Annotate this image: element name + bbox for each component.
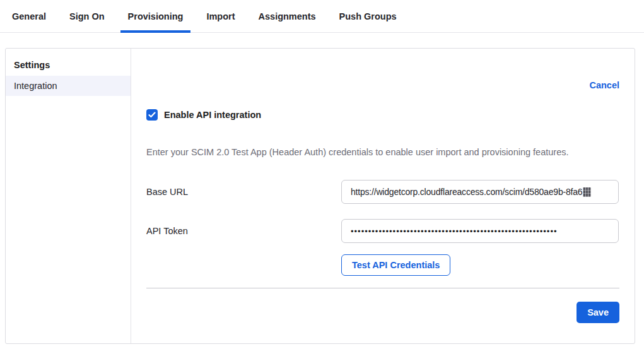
test-api-credentials-button[interactable]: Test API Credentials <box>341 254 450 276</box>
tab-provisioning[interactable]: Provisioning <box>128 0 184 32</box>
tab-general[interactable]: General <box>12 0 46 32</box>
base-url-row: Base URL https://widgetcorp.cloudflareac… <box>146 180 619 204</box>
sidebar-header: Settings <box>6 54 131 76</box>
integration-settings-form: Cancel Enable API integration Enter your… <box>131 49 635 343</box>
credentials-description: Enter your SCIM 2.0 Test App (Header Aut… <box>146 147 619 157</box>
settings-sidebar: Settings Integration <box>6 49 131 343</box>
enable-api-integration-checkbox[interactable] <box>146 109 158 121</box>
api-token-masked-value: ••••••••••••••••••••••••••••••••••••••••… <box>351 227 558 236</box>
base-url-label: Base URL <box>146 187 341 197</box>
base-url-input[interactable]: https://widgetcorp.cloudflareaccess.com/… <box>341 180 619 204</box>
provisioning-panel: Settings Integration Cancel Enable API i… <box>5 48 635 344</box>
tab-import[interactable]: Import <box>206 0 235 32</box>
test-credentials-row: Test API Credentials <box>341 254 619 276</box>
app-tab-bar: General Sign On Provisioning Import Assi… <box>0 0 644 33</box>
tab-sign-on[interactable]: Sign On <box>69 0 105 32</box>
checkmark-icon <box>148 112 156 118</box>
base-url-value: https://widgetcorp.cloudflareaccess.com/… <box>351 187 582 197</box>
api-token-input[interactable]: ••••••••••••••••••••••••••••••••••••••••… <box>341 219 619 243</box>
tab-assignments[interactable]: Assignments <box>259 0 316 32</box>
form-divider <box>146 288 619 288</box>
sidebar-item-integration[interactable]: Integration <box>6 76 131 96</box>
enable-api-integration-label: Enable API integration <box>164 110 261 120</box>
save-row: Save <box>146 302 619 323</box>
cancel-row: Cancel <box>146 80 619 90</box>
enable-api-integration-row: Enable API integration <box>146 109 619 121</box>
save-button[interactable]: Save <box>577 302 619 323</box>
tab-push-groups[interactable]: Push Groups <box>339 0 397 32</box>
text-cursor-block <box>583 187 591 197</box>
api-token-row: API Token ••••••••••••••••••••••••••••••… <box>146 219 619 243</box>
cancel-link[interactable]: Cancel <box>589 80 619 90</box>
api-token-label: API Token <box>146 226 341 236</box>
